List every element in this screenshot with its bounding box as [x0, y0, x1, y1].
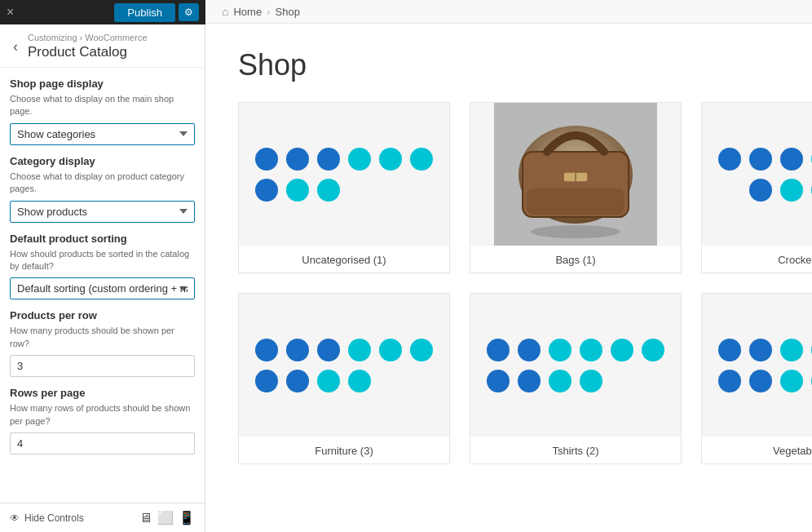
dot	[317, 179, 340, 202]
product-name: Crockery (1)	[778, 246, 812, 273]
dot	[317, 339, 340, 361]
sidebar-footer: 👁 Hide Controls 🖥 ⬜ 📱	[0, 503, 205, 532]
dot	[718, 370, 741, 392]
dot	[348, 148, 371, 171]
product-thumb	[470, 294, 681, 437]
dot	[611, 339, 633, 361]
dot	[518, 370, 541, 392]
product-card[interactable]: Vegetables (3)	[701, 293, 812, 464]
dot	[780, 339, 803, 361]
svg-rect-6	[527, 188, 624, 215]
dot	[749, 339, 772, 361]
main-preview: ⌂ Home › Shop Shop	[205, 0, 812, 532]
dot	[286, 179, 309, 202]
rows-per-page-label: Rows per page	[10, 387, 195, 399]
dot	[286, 339, 309, 361]
dot	[255, 148, 278, 171]
product-thumb	[470, 103, 681, 246]
product-card[interactable]: Furniture (3)	[238, 293, 450, 464]
home-icon: ⌂	[222, 5, 228, 18]
dot	[286, 370, 309, 392]
view-icons: 🖥 ⬜ 📱	[139, 510, 195, 525]
shop-title: Shop	[238, 48, 779, 82]
category-display-label: Category display	[10, 155, 195, 167]
dot	[518, 339, 541, 361]
dot	[348, 370, 371, 392]
product-card[interactable]: Crockery (1)	[701, 102, 812, 273]
dot-pattern	[702, 322, 812, 409]
dot	[780, 370, 803, 392]
product-grid: Uncategorised (1)	[238, 102, 779, 464]
svg-point-7	[531, 225, 620, 238]
category-display-desc: Choose what to display on product catego…	[10, 171, 195, 196]
product-name: Bags (1)	[555, 246, 595, 273]
page-title: Product Catalog	[28, 44, 148, 60]
product-name: Furniture (3)	[315, 437, 373, 463]
product-thumb	[702, 294, 812, 437]
dot	[549, 370, 571, 392]
dot	[749, 148, 772, 171]
dot-pattern	[702, 131, 812, 218]
dot	[286, 148, 309, 171]
sidebar-header: ‹ Customizing › WooCommerce Product Cata…	[0, 24, 205, 68]
desktop-view-button[interactable]: 🖥	[139, 510, 152, 525]
sidebar-content: Shop page display Choose what to display…	[0, 68, 205, 503]
category-display-select[interactable]: Show products Show subcategories Show bo…	[10, 201, 195, 223]
mobile-view-button[interactable]: 📱	[179, 510, 195, 525]
dot	[255, 339, 278, 361]
dot	[255, 179, 278, 202]
breadcrumb-sep: ›	[267, 6, 270, 18]
product-card[interactable]: Uncategorised (1)	[238, 102, 450, 273]
hide-controls-label: Hide Controls	[24, 512, 84, 524]
dot	[410, 148, 433, 171]
dot	[780, 148, 803, 171]
product-name: Uncategorised (1)	[302, 246, 386, 273]
product-card[interactable]: Bags (1)	[470, 102, 682, 273]
sidebar: ‹ Customizing › WooCommerce Product Cata…	[0, 0, 205, 532]
breadcrumb-current: Shop	[276, 6, 300, 18]
default-sorting-desc: How should products be sorted in the cat…	[10, 248, 195, 273]
dot-pattern	[239, 131, 449, 218]
rows-per-page-input[interactable]: 4	[10, 432, 195, 454]
products-per-row-desc: How many products should be shown per ro…	[10, 325, 195, 350]
dot	[487, 339, 510, 361]
dot	[780, 179, 803, 202]
gear-button[interactable]: ⚙	[179, 3, 199, 21]
close-button[interactable]: ×	[7, 6, 14, 19]
shop-page-display-select[interactable]: Show categories Show products Show both	[10, 123, 195, 145]
dot	[749, 370, 772, 392]
default-sorting-label: Default product sorting	[10, 233, 195, 245]
publish-button[interactable]: Publish	[114, 3, 175, 22]
dot	[718, 148, 741, 171]
dot	[379, 339, 402, 361]
dot	[348, 339, 371, 361]
hide-controls[interactable]: 👁 Hide Controls	[10, 512, 84, 524]
dot	[379, 148, 402, 171]
shop-page-display-label: Shop page display	[10, 78, 195, 90]
dot	[317, 148, 340, 171]
product-card[interactable]: Tshirts (2)	[470, 293, 682, 464]
product-name: Vegetables (3)	[773, 437, 812, 463]
shop-page-display-desc: Choose what to display on the main shop …	[10, 93, 195, 118]
back-button[interactable]: ‹	[10, 39, 21, 54]
preview-topbar: ⌂ Home › Shop	[205, 0, 812, 24]
shop-content: Shop	[205, 24, 812, 489]
default-sorting-select[interactable]: Default sorting (custom ordering + name)…	[10, 277, 195, 299]
breadcrumb: Customizing › WooCommerce	[28, 33, 148, 42]
product-thumb	[239, 294, 449, 437]
hide-icon: 👁	[10, 512, 20, 524]
dot	[410, 339, 433, 361]
dot-pattern	[470, 322, 681, 409]
products-per-row-input[interactable]: 3	[10, 355, 195, 377]
dot	[255, 370, 278, 392]
dot	[718, 339, 741, 361]
dot	[749, 179, 772, 202]
dot-pattern	[239, 322, 449, 409]
breadcrumb-home[interactable]: Home	[233, 6, 262, 18]
dot	[642, 339, 664, 361]
dot	[580, 370, 602, 392]
products-per-row-label: Products per row	[10, 309, 195, 321]
dot	[487, 370, 510, 392]
tablet-view-button[interactable]: ⬜	[157, 510, 174, 525]
dot	[317, 370, 340, 392]
